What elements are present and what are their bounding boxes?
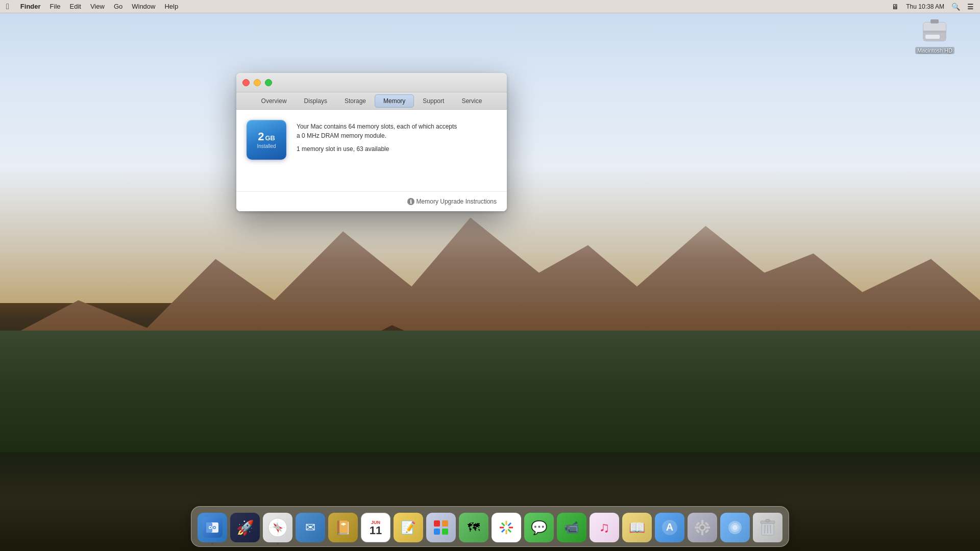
svg-rect-2 (923, 31, 946, 33)
memory-upgrade-link[interactable]: ℹ Memory Upgrade Instructions (407, 198, 497, 205)
svg-rect-33 (706, 527, 710, 529)
menu-finder[interactable]: Finder (20, 3, 41, 10)
about-this-mac-window: Overview Displays Storage Memory Support… (236, 73, 507, 211)
menu-edit[interactable]: Edit (70, 3, 81, 10)
macintosh-hd-label: Macintosh HD (915, 47, 954, 54)
svg-rect-21 (442, 520, 448, 527)
dock-icon-messages[interactable]: 💬 (524, 513, 554, 542)
dock-icon-notes[interactable]: 📝 (394, 513, 423, 542)
svg-line-46 (770, 525, 771, 533)
memory-info: Your Mac contains 64 memory slots, each … (297, 120, 497, 153)
svg-rect-35 (705, 522, 709, 526)
minimize-button[interactable] (254, 79, 261, 86)
screen-icon: 🖥 (892, 3, 899, 11)
dock-icon-grid[interactable] (426, 513, 456, 542)
dock-icon-mail[interactable]: ✉ (296, 513, 325, 542)
tab-storage[interactable]: Storage (336, 94, 375, 108)
memory-slots-info: 1 memory slot in use, 63 available (297, 145, 497, 153)
memory-amount: 2 (258, 131, 264, 142)
close-button[interactable] (242, 79, 250, 86)
dock-dot-finder (211, 543, 213, 545)
dock-icon-notefile[interactable]: 📔 (328, 513, 358, 542)
dock-icon-appstore[interactable]: A (655, 513, 684, 542)
svg-point-25 (504, 525, 509, 530)
svg-rect-20 (434, 520, 440, 527)
svg-rect-5 (930, 19, 939, 23)
dock-icon-safari[interactable] (263, 513, 292, 542)
memory-unit: GB (265, 134, 275, 142)
tab-displays[interactable]: Displays (296, 94, 336, 108)
svg-text:A: A (666, 521, 673, 533)
window-footer: ℹ Memory Upgrade Instructions (236, 191, 507, 211)
dock-icon-photos[interactable] (492, 513, 521, 542)
svg-point-29 (700, 525, 704, 530)
dock-icon-calendar[interactable]: JUN11 (361, 513, 390, 542)
dock-icon-facetime[interactable]: 📹 (557, 513, 586, 542)
memory-badge: 2 GB Installed (247, 120, 286, 160)
svg-point-12 (210, 527, 211, 529)
dock-icon-finder[interactable] (198, 513, 227, 542)
svg-rect-37 (705, 529, 709, 533)
svg-rect-43 (766, 519, 770, 522)
memory-installed-label: Installed (257, 143, 276, 149)
memory-section: 2 GB Installed Your Mac contains 64 memo… (247, 120, 497, 160)
info-icon: ℹ (407, 198, 414, 205)
menu-view[interactable]: View (90, 3, 105, 10)
clock: Thu 10:38 AM (906, 3, 944, 10)
svg-rect-34 (696, 522, 700, 526)
tab-service[interactable]: Service (453, 94, 491, 108)
tab-bar: Overview Displays Storage Memory Support… (236, 92, 507, 110)
control-center-icon[interactable]: ☰ (967, 3, 974, 11)
svg-rect-32 (695, 527, 699, 529)
dock-icon-ibooks[interactable]: 📖 (622, 513, 652, 542)
dock: 🚀 ✉ 📔 JUN11 📝 (191, 506, 789, 547)
svg-point-40 (732, 525, 738, 530)
svg-rect-22 (434, 529, 440, 535)
svg-rect-31 (701, 531, 703, 535)
dock-icon-unknown[interactable] (720, 513, 750, 542)
dock-icon-launchpad[interactable]: 🚀 (230, 513, 260, 542)
menu-go[interactable]: Go (114, 3, 122, 10)
maximize-button[interactable] (265, 79, 272, 86)
svg-rect-30 (701, 520, 703, 524)
menu-file[interactable]: File (50, 3, 61, 10)
menu-help[interactable]: Help (164, 3, 178, 10)
tab-overview[interactable]: Overview (253, 94, 296, 108)
svg-rect-6 (925, 35, 940, 39)
search-icon[interactable]: 🔍 (951, 3, 960, 11)
window-content: 2 GB Installed Your Mac contains 64 memo… (236, 110, 507, 191)
dock-icon-trash[interactable] (753, 513, 782, 542)
window-titlebar (236, 73, 507, 92)
dock-icon-itunes[interactable]: ♫ (590, 513, 619, 542)
menubar:  Finder File Edit View Go Window Help 🖥… (0, 0, 980, 13)
macintosh-hd-icon[interactable]: Macintosh HD (915, 17, 954, 54)
svg-line-44 (765, 525, 765, 533)
apple-menu-icon[interactable]:  (6, 2, 9, 11)
dock-icon-maps[interactable]: 🗺 (459, 513, 488, 542)
tab-memory[interactable]: Memory (375, 94, 414, 108)
svg-point-13 (214, 527, 215, 529)
dock-dot-safari (277, 543, 279, 545)
svg-rect-23 (442, 529, 448, 535)
memory-description-line1: Your Mac contains 64 memory slots, each … (297, 122, 497, 140)
dock-icon-sysprefs[interactable] (688, 513, 717, 542)
svg-rect-4 (923, 39, 946, 41)
menu-window[interactable]: Window (132, 3, 155, 10)
upgrade-link-text: Memory Upgrade Instructions (416, 198, 497, 205)
tab-support[interactable]: Support (414, 94, 453, 108)
svg-rect-36 (696, 529, 700, 533)
